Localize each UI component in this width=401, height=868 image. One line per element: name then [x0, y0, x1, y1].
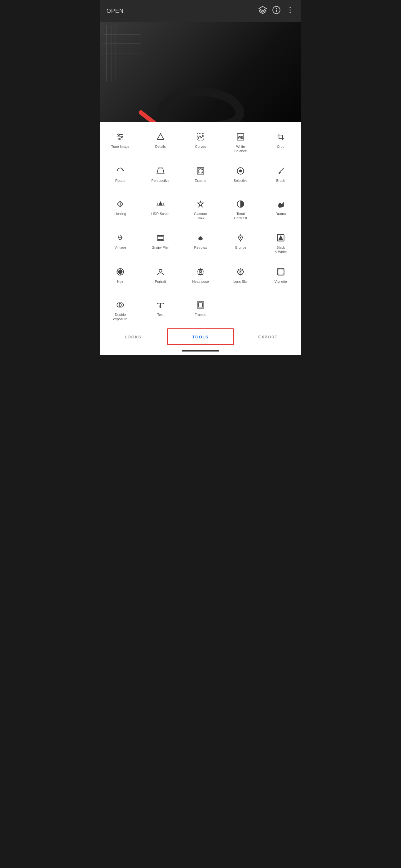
- hdr-scape-icon: [156, 199, 165, 209]
- black-white-label: Black& White: [275, 245, 287, 254]
- tool-details[interactable]: Details: [140, 127, 180, 157]
- grainy-film-icon: [156, 233, 165, 243]
- grunge-label: Grunge: [235, 245, 246, 250]
- svg-rect-46: [159, 239, 160, 241]
- info-icon[interactable]: [272, 6, 281, 16]
- vintage-icon: [116, 233, 125, 243]
- tool-healing[interactable]: Healing: [100, 195, 140, 224]
- svg-rect-43: [161, 235, 162, 237]
- retrolux-label: Retrolux: [194, 245, 207, 250]
- tool-tonal-contrast[interactable]: TonalContrast: [221, 195, 261, 224]
- svg-marker-26: [157, 168, 164, 174]
- expand-icon: [196, 166, 205, 176]
- tool-double-exposure[interactable]: Doubleexposure: [100, 296, 140, 324]
- nav-looks[interactable]: LOOKS: [100, 327, 166, 346]
- tool-vintage[interactable]: Vintage: [100, 228, 140, 257]
- noir-icon: [116, 267, 125, 277]
- tool-selective[interactable]: Selective: [221, 161, 261, 190]
- tools-row-6: Doubleexposure T Text Frames: [100, 293, 301, 327]
- head-pose-label: Head pose: [192, 279, 209, 284]
- tool-noir[interactable]: Noir: [100, 262, 140, 290]
- tool-vignette[interactable]: Vignette: [261, 262, 301, 290]
- svg-point-21: [119, 138, 121, 140]
- tool-black-white[interactable]: Black& White: [261, 228, 301, 257]
- svg-rect-45: [158, 239, 158, 241]
- svg-marker-36: [198, 200, 204, 207]
- tools-panel: Tune Image Details Curves: [100, 122, 301, 355]
- tool-text[interactable]: T Text: [140, 296, 180, 324]
- layers-icon[interactable]: [258, 6, 267, 16]
- svg-rect-41: [158, 235, 158, 237]
- svg-point-76: [238, 273, 239, 274]
- svg-marker-34: [157, 203, 159, 205]
- tool-crop[interactable]: Crop: [261, 127, 301, 157]
- tool-white-balance[interactable]: WB WhiteBalance: [221, 127, 261, 157]
- tool-drama[interactable]: Drama: [261, 195, 301, 224]
- selective-label: Selective: [234, 178, 248, 183]
- details-label: Details: [155, 144, 166, 149]
- tool-grainy-film[interactable]: Grainy Film: [140, 228, 180, 257]
- tool-curves[interactable]: Curves: [180, 127, 221, 157]
- nav-export-label: EXPORT: [258, 335, 278, 339]
- double-exposure-icon: [116, 300, 125, 310]
- svg-rect-48: [162, 239, 163, 241]
- svg-point-30: [239, 170, 242, 172]
- hdr-scape-label: HDR Scape: [152, 212, 170, 216]
- svg-marker-0: [259, 6, 266, 11]
- curves-label: Curves: [195, 144, 206, 149]
- tool-tune-image[interactable]: Tune Image: [100, 127, 140, 157]
- brush-icon: [276, 166, 285, 176]
- frames-icon: [196, 300, 205, 310]
- nav-tools-label: TOOLS: [192, 335, 209, 339]
- tool-rotate[interactable]: Rotate: [100, 161, 140, 190]
- tool-hdr-scape[interactable]: HDR Scape: [140, 195, 180, 224]
- svg-rect-44: [162, 235, 163, 237]
- svg-point-69: [240, 269, 241, 269]
- tool-perspective[interactable]: Perspective: [140, 161, 180, 190]
- tool-empty-2: [261, 296, 301, 324]
- grunge-icon: [236, 233, 245, 243]
- nav-tools[interactable]: TOOLS: [167, 329, 234, 345]
- svg-text:T: T: [159, 305, 160, 308]
- tonal-contrast-icon: [236, 199, 245, 209]
- frames-label: Frames: [195, 312, 206, 317]
- tools-row-1: Tune Image Details Curves: [100, 125, 301, 159]
- crop-label: Crop: [277, 144, 285, 149]
- tonal-contrast-label: TonalContrast: [234, 212, 247, 221]
- more-icon[interactable]: [286, 6, 295, 16]
- open-button[interactable]: OPEN: [106, 8, 124, 14]
- tool-expand[interactable]: Expand: [180, 161, 221, 190]
- svg-point-75: [242, 269, 243, 270]
- rotate-label: Rotate: [115, 178, 125, 183]
- selective-icon: [236, 166, 245, 176]
- tune-image-label: Tune Image: [111, 144, 129, 149]
- lens-blur-label: Lens Blur: [233, 279, 248, 284]
- tool-brush[interactable]: Brush: [261, 161, 301, 190]
- glamour-glow-icon: [196, 199, 205, 209]
- tool-grunge[interactable]: Grunge: [221, 228, 261, 257]
- svg-point-6: [290, 12, 291, 13]
- tool-head-pose[interactable]: Head pose: [180, 262, 221, 290]
- image-preview: [100, 22, 301, 122]
- nav-export[interactable]: EXPORT: [235, 327, 301, 346]
- tool-frames[interactable]: Frames: [180, 296, 221, 324]
- portrait-icon: [156, 267, 165, 277]
- white-balance-label: WhiteBalance: [235, 144, 247, 153]
- svg-point-59: [159, 269, 162, 272]
- svg-marker-35: [162, 203, 164, 205]
- tool-glamour-glow[interactable]: GlamourGlow: [180, 195, 221, 224]
- lens-blur-icon: [236, 267, 245, 277]
- healing-label: Healing: [114, 212, 126, 216]
- tool-retrolux[interactable]: Retrolux: [180, 228, 221, 257]
- tools-row-4: Vintage Grainy Film: [100, 226, 301, 260]
- svg-rect-47: [161, 239, 162, 241]
- nav-looks-label: LOOKS: [125, 335, 141, 339]
- white-balance-icon: WB: [236, 132, 245, 142]
- tool-lens-blur[interactable]: Lens Blur: [221, 262, 261, 290]
- svg-marker-33: [158, 201, 163, 205]
- rotate-icon: [116, 166, 125, 176]
- tool-portrait[interactable]: Portrait: [140, 262, 180, 290]
- home-indicator: [182, 350, 219, 351]
- details-icon: [156, 132, 165, 142]
- svg-point-72: [243, 272, 244, 272]
